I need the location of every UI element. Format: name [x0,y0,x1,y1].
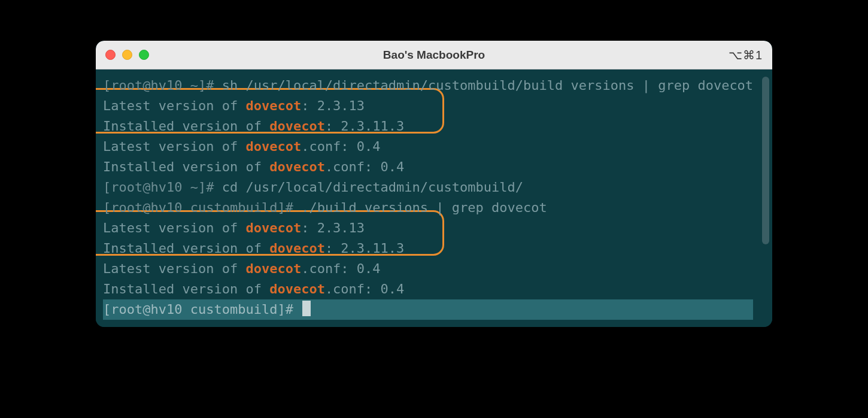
terminal-line: [root@hv10 ~]# cd /usr/local/directadmin… [103,177,765,198]
terminal-window: Bao's MacbookPro ⌥⌘1 [root@hv10 ~]# sh /… [96,41,772,327]
window-title: Bao's MacbookPro [96,49,772,62]
terminal-line: Installed version of dovecot.conf: 0.4 [103,279,765,299]
output-post: : 2.3.13 [301,98,365,113]
cursor-icon [302,301,311,316]
output-pre: Installed version of [103,241,269,256]
highlight-match: dovecot [245,261,301,276]
close-icon[interactable] [105,50,116,60]
window-shortcut: ⌥⌘1 [729,48,763,62]
output-post: .conf: 0.4 [325,281,404,296]
prompt-text: [root@hv10 custombuild]# [103,200,301,215]
highlight-match: dovecot [245,220,301,235]
scrollbar[interactable] [762,77,769,244]
terminal-active-line[interactable]: [root@hv10 custombuild]# [103,299,765,320]
output-post: : 2.3.11.3 [325,241,404,256]
highlight-match: dovecot [269,159,325,174]
highlight-match: dovecot [245,139,301,154]
traffic-lights [105,50,149,60]
output-pre: Latest version of [103,220,245,235]
output-pre: Installed version of [103,159,269,174]
terminal-line: [root@hv10 custombuild]# ./build version… [103,198,765,218]
terminal-line: Installed version of dovecot: 2.3.11.3 [103,238,765,259]
prompt-text: [root@hv10 ~]# [103,78,222,93]
prompt-text: [root@hv10 ~]# [103,180,222,195]
output-post: .conf: 0.4 [301,139,380,154]
titlebar[interactable]: Bao's MacbookPro ⌥⌘1 [96,41,772,69]
terminal-line: Latest version of dovecot: 2.3.13 [103,96,765,116]
highlight-match: dovecot [269,241,325,256]
terminal-line: Installed version of dovecot: 2.3.11.3 [103,116,765,137]
output-post: : 2.3.13 [301,220,365,235]
output-post: .conf: 0.4 [301,261,380,276]
output-post: .conf: 0.4 [325,159,404,174]
terminal-line: Installed version of dovecot.conf: 0.4 [103,157,765,177]
terminal-line: Latest version of dovecot.conf: 0.4 [103,137,765,157]
maximize-icon[interactable] [139,50,149,60]
terminal-line: Latest version of dovecot: 2.3.13 [103,218,765,238]
output-pre: Latest version of [103,261,245,276]
highlight-match: dovecot [245,98,301,113]
highlight-match: dovecot [269,281,325,296]
output-pre: Installed version of [103,281,269,296]
terminal-line: Latest version of dovecot.conf: 0.4 [103,259,765,279]
output-pre: Latest version of [103,139,245,154]
command-text: sh /usr/local/directadmin/custombuild/bu… [222,78,753,93]
output-pre: Latest version of [103,98,245,113]
highlight-match: dovecot [269,119,325,134]
prompt-text: [root@hv10 custombuild]# [103,302,301,317]
terminal-body[interactable]: [root@hv10 ~]# sh /usr/local/directadmin… [96,69,772,327]
command-text: ./build versions | grep dovecot [301,200,547,215]
command-text: cd /usr/local/directadmin/custombuild/ [222,180,523,195]
minimize-icon[interactable] [122,50,132,60]
output-pre: Installed version of [103,119,269,134]
terminal-line: [root@hv10 ~]# sh /usr/local/directadmin… [103,75,765,96]
output-post: : 2.3.11.3 [325,119,404,134]
